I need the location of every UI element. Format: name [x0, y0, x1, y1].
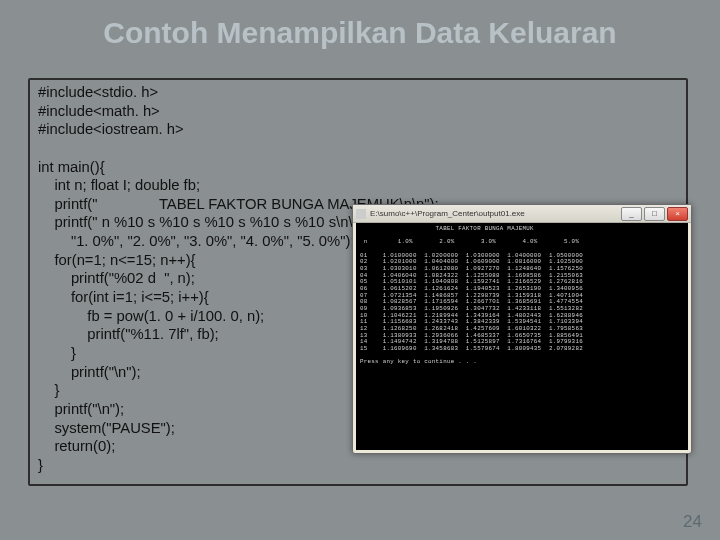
close-button[interactable]: ×: [667, 207, 688, 221]
console-path: E:\sumo\c++\Program_Center\output01.exe: [370, 209, 525, 218]
console-titlebar: E:\sumo\c++\Program_Center\output01.exe …: [353, 205, 691, 223]
app-icon: [356, 209, 366, 219]
console-window: E:\sumo\c++\Program_Center\output01.exe …: [352, 204, 692, 454]
console-output: TABEL FAKTOR BUNGA MAJEMUK n 1.0% 2.0% 3…: [356, 223, 688, 450]
page-number: 24: [683, 512, 702, 532]
slide-title: Contoh Menampilkan Data Keluaran: [0, 16, 720, 50]
maximize-button[interactable]: □: [644, 207, 665, 221]
minimize-button[interactable]: _: [621, 207, 642, 221]
